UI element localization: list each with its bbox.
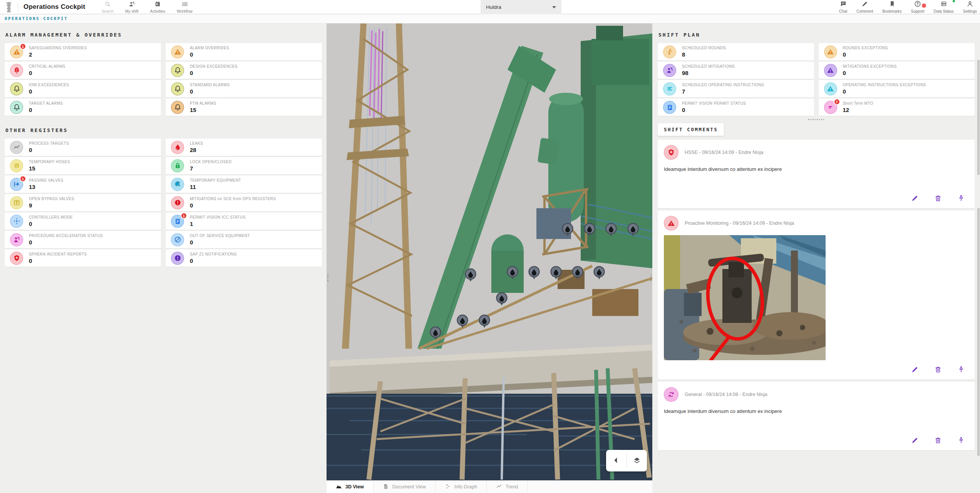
edit-comment-button[interactable] [911, 436, 919, 445]
panel-resize-handle-left[interactable] [327, 266, 329, 289]
stat-card-standard-alarms[interactable]: STANDARD ALARMS 0 [166, 80, 322, 97]
stat-card-operating-instructions-exceptions[interactable]: OPERATING INSTRUCTIONS EXCEPTIONS 0 [819, 80, 975, 97]
stat-card-process-targets[interactable]: PROCESS TARGETS 0 [5, 139, 161, 156]
panel-resize-handle-right[interactable] [650, 266, 652, 289]
nav-search[interactable]: Search [101, 1, 114, 13]
stat-card-passing-valves[interactable]: 1 PASSING VALVES 13 [5, 175, 161, 193]
stat-card-ptm-alarms[interactable]: PTM ALARMS 15 [166, 99, 322, 116]
registers-card-grid: PROCESS TARGETS 0 LEAKS 28 TEMPORARY HOS… [5, 139, 322, 267]
stat-card-permit-vision-permit-status[interactable]: PERMIT VISION PERMIT STATUS 0 [658, 99, 814, 116]
stat-card-safeguarding-overrides[interactable]: 1 SAFEGUARDING OVERRIDES 2 [5, 43, 161, 60]
stat-card-value: 0 [29, 257, 87, 264]
stat-card-icon [171, 101, 184, 114]
edit-comment-button[interactable] [911, 366, 919, 374]
stat-card-alarm-overrides[interactable]: ALARM OVERRIDES 0 [166, 43, 322, 60]
trend-icon [496, 483, 502, 491]
delete-comment-button[interactable] [934, 436, 942, 445]
shift-plan-scrollbar[interactable] [977, 60, 980, 175]
asset-selector[interactable]: Huldra [481, 0, 561, 14]
nav-workflow[interactable]: Workflow [177, 1, 193, 13]
nav-chat[interactable]: Chat [839, 0, 847, 13]
stat-card-icon [171, 64, 184, 77]
stat-card-scheduled-rounds[interactable]: SCHEDULED ROUNDS 8 [658, 43, 814, 60]
stat-card-out-of-service-equipment[interactable]: OUT OF SERVICE EQUIPMENT 0 [166, 231, 322, 248]
stat-card-procedure-accelerator-status[interactable]: PROCEDURE ACCELERATOR STATUS 0 [5, 231, 161, 248]
nav-support[interactable]: Support [911, 0, 925, 13]
stat-card-sphera-incident-reports[interactable]: SPHERA INCIDENT REPORTS 0 [5, 249, 161, 267]
status-badge: 1 [20, 175, 26, 182]
tab-trend[interactable]: Trend [487, 481, 528, 493]
stat-card-label: IOW EXCEEDENCES [29, 83, 69, 87]
stat-card-leaks[interactable]: LEAKS 28 [166, 139, 322, 156]
tab-info-graph[interactable]: Info Graph [436, 481, 487, 493]
stat-card-label: SCHEDULED ROUNDS [682, 46, 726, 50]
stat-card-critical-alarms[interactable]: CRITICAL ALARMS 0 [5, 62, 161, 79]
stat-card-mitigations-on-sce-from-ops-registers[interactable]: MITIGATIONS on SCE from OPS REGISTERS 0 [166, 194, 322, 211]
edit-comment-button[interactable] [911, 194, 919, 203]
stat-card-label: CRITICAL ALARMS [29, 64, 65, 69]
nav-settings[interactable]: Settings [963, 0, 977, 13]
stat-card-label: PERMIT VISION PERMIT STATUS [682, 101, 746, 106]
stat-card-icon [824, 64, 837, 77]
stat-card-label: STANDARD ALARMS [190, 83, 230, 87]
help-icon [914, 0, 921, 9]
shift-comment-card: HSSE - 09/16/24 14:09 - Endre Nisja Idea… [658, 140, 975, 208]
stat-card-iow-exceedences[interactable]: IOW EXCEEDENCES 0 [5, 80, 161, 97]
stat-card-icon [171, 45, 184, 58]
delete-comment-button[interactable] [934, 366, 942, 374]
stat-card-label: TARGET ALARMS [29, 101, 63, 106]
bookmark-icon [889, 0, 896, 9]
stat-card-controllers-mode[interactable]: CONTROLLERS MODE 0 [5, 212, 161, 230]
stat-card-label: LEAKS [190, 141, 203, 146]
stat-card-label: SAP Z1 NOTIFICATIONS [190, 252, 237, 257]
nav-data-status[interactable]: Data Status [934, 0, 954, 13]
3d-viewer[interactable]: 3D View Document View Info Graph Trend [327, 23, 652, 493]
nav-comment[interactable]: Comment [856, 0, 873, 13]
stat-card-value: 2 [29, 51, 87, 58]
shift-comment-card: General - 09/16/24 14:08 - Endre Nisja I… [658, 382, 975, 450]
stat-card-label: SAFEGUARDING OVERRIDES [29, 46, 87, 50]
comment-body: Ideamque interdum diversum co attentum e… [664, 408, 968, 415]
pin-comment-button[interactable] [957, 436, 965, 445]
comments-scrollbar[interactable] [977, 208, 980, 456]
3d-scene[interactable] [327, 23, 652, 480]
stat-card-label: PASSING VALVES [29, 178, 64, 183]
nav-bookmarks[interactable]: Bookmarks [883, 0, 902, 13]
stat-card-temporary-hoses[interactable]: TEMPORARY HOSES 15 [5, 157, 161, 174]
collapse-panel-button[interactable] [606, 450, 627, 471]
delete-comment-button[interactable] [934, 194, 942, 203]
stat-card-permit-vision-icc-status[interactable]: 1 PERMIT VISION ICC STATUS 1 [166, 212, 322, 230]
stat-card-label: OPERATING INSTRUCTIONS EXCEPTIONS [843, 83, 926, 87]
shift-plan-resize-handle[interactable] [799, 119, 834, 120]
stat-card-rounds-exceptions[interactable]: ROUNDS EXCEPTIONS 0 [819, 43, 975, 60]
stat-card-design-exceedences[interactable]: DESIGN EXCEEDENCES 0 [166, 62, 322, 79]
nav-my-shift[interactable]: My shift [125, 1, 138, 13]
status-badge: 1 [181, 212, 187, 219]
stat-card-lock-open-closed[interactable]: LOCK OPEN/CLOSED 7 [166, 157, 322, 174]
pin-comment-button[interactable] [957, 366, 965, 374]
stat-card-open-bypass-valves[interactable]: OPEN BYPASS VALVES 9 [5, 194, 161, 211]
tab-document-view[interactable]: Document View [374, 481, 436, 493]
stat-card-mitigations-exceptions[interactable]: MITIGATIONS EXCEPTIONS 0 [819, 62, 975, 79]
layers-button[interactable] [627, 450, 647, 471]
stat-card-temporary-equipment[interactable]: TEMPORARY EQUIPMENT 11 [166, 175, 322, 193]
nav-activities[interactable]: Activities [150, 1, 165, 13]
stat-card-value: 0 [843, 88, 926, 95]
stat-card-sap-z1-notifications[interactable]: SAP Z1 NOTIFICATIONS 0 [166, 249, 322, 267]
stat-card-icon [171, 196, 184, 209]
my-shift-icon [129, 1, 135, 9]
stat-card-target-alarms[interactable]: TARGET ALARMS 0 [5, 99, 161, 116]
stat-card-scheduled-mitigations[interactable]: SCHEDULED MITIGATIONS 98 [658, 62, 814, 79]
shift-comments-tab[interactable]: SHIFT COMMENTS [658, 123, 724, 136]
stat-card-label: MITIGATIONS EXCEPTIONS [843, 64, 897, 69]
stat-card-scheduled-operating-instructions[interactable]: SCHEDULED OPERATING INSTRUCTIONS 7 [658, 80, 814, 97]
stat-card-value: 0 [190, 51, 229, 58]
comment-category-icon [664, 216, 678, 231]
document-icon [383, 483, 389, 491]
tab-3d-view[interactable]: 3D View [327, 481, 374, 493]
alarm-panel: ALARM MANAGEMENT & OVERRIDES 1 SAFEGUARD… [0, 23, 327, 493]
pin-comment-button[interactable] [957, 194, 965, 203]
stat-card-short-term-mto[interactable]: 7 Short Term MTO 12 [819, 99, 975, 116]
stat-card-icon [663, 64, 676, 77]
shift-plan-card-grid: SCHEDULED ROUNDS 8 ROUNDS EXCEPTIONS 0 S… [658, 43, 975, 116]
